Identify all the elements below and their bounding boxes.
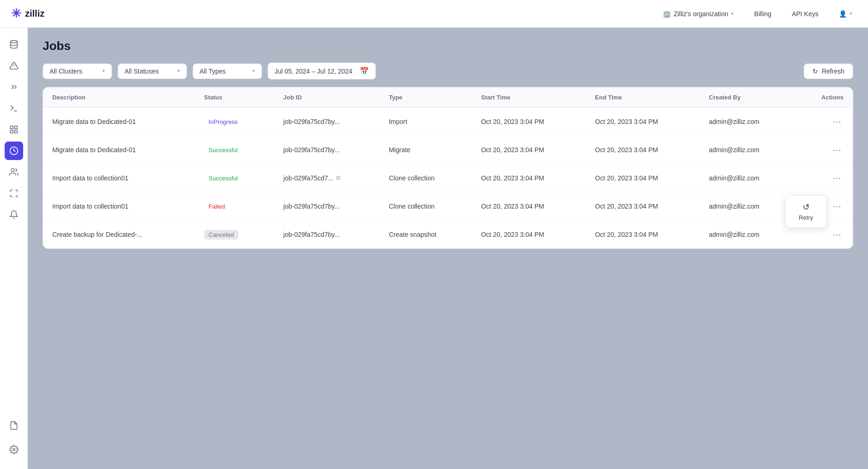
types-filter[interactable]: All Types ▾ (193, 63, 262, 79)
logo-star-icon: ✳ (11, 6, 21, 21)
sidebar-item-jobs[interactable] (5, 142, 23, 160)
table-row: Migrate data to Dedicated-01InProgressjo… (43, 108, 853, 136)
logo-text: zilliz (25, 8, 44, 19)
app-shell: Jobs All Clusters ▾ All Statuses ▾ All T… (0, 28, 868, 469)
cell-start-time: Oct 20, 2023 3:04 PM (472, 221, 586, 249)
cell-start-time: Oct 20, 2023 3:04 PM (472, 108, 586, 136)
org-icon: 🏢 (663, 10, 671, 18)
refresh-icon: ↻ (812, 68, 818, 75)
cell-description: Create backup for Dedicated-... (43, 221, 195, 249)
chevron-down-icon: ▾ (177, 68, 180, 74)
table-row: Import data to collection01Failedjob-029… (43, 192, 853, 221)
col-end-time: End Time (586, 87, 699, 108)
sidebar-item-members[interactable] (5, 163, 23, 181)
statuses-label: All Statuses (125, 68, 159, 75)
sidebar-item-monitoring[interactable] (5, 205, 23, 224)
sidebar-item-database[interactable] (5, 35, 23, 54)
col-description: Description (43, 87, 195, 108)
sidebar-item-network[interactable] (5, 184, 23, 203)
table-row: Import data to collection01Successfuljob… (43, 164, 853, 192)
copy-icon[interactable]: ⧉ (336, 174, 340, 182)
cell-start-time: Oct 20, 2023 3:04 PM (472, 164, 586, 192)
job-id-text: job-029fa75cd7by... (283, 118, 340, 125)
chevron-down-icon: ▾ (849, 11, 852, 17)
status-badge: Failed (204, 202, 230, 211)
page-title: Jobs (43, 39, 853, 53)
sidebar-item-collections[interactable] (5, 120, 23, 139)
cell-actions: ⋯ (796, 136, 853, 164)
user-icon: 👤 (839, 10, 847, 18)
sidebar-item-terminal[interactable] (5, 99, 23, 117)
cell-description: Migrate data to Dedicated-01 (43, 108, 195, 136)
cell-type: Clone collection (380, 192, 472, 221)
cell-end-time: Oct 20, 2023 3:04 PM (586, 108, 699, 136)
statuses-filter[interactable]: All Statuses ▾ (118, 63, 187, 79)
cell-type: Migrate (380, 136, 472, 164)
cell-job-id: job-029fa75cd7by... (274, 136, 380, 164)
cell-created-by: admin@zilliz.com (699, 192, 796, 221)
cell-job-id: job-029fa75cd7by... (274, 108, 380, 136)
chevron-down-icon: ▾ (731, 11, 734, 17)
table-body: Migrate data to Dedicated-01InProgressjo… (43, 108, 853, 249)
svg-rect-5 (14, 126, 17, 129)
org-selector[interactable]: 🏢 Zilliz's organization ▾ (658, 7, 738, 20)
jobs-table: Description Status Job ID Type Start Tim… (43, 87, 853, 248)
more-actions-button[interactable]: ⋯ (831, 228, 843, 241)
cell-type: Import (380, 108, 472, 136)
api-keys-link[interactable]: API Keys (787, 7, 823, 20)
chevron-down-icon: ▾ (252, 68, 255, 74)
job-id-text: job-029fa75cd7by... (283, 231, 340, 238)
cell-description: Import data to collection01 (43, 192, 195, 221)
retry-label: Retry (799, 214, 813, 221)
cell-status: Failed (195, 192, 275, 221)
cell-job-id: job-029fa75cd7...⧉ (274, 164, 380, 192)
cell-status: InProgress (195, 108, 275, 136)
types-label: All Types (200, 68, 226, 75)
refresh-label: Refresh (822, 68, 844, 75)
jobs-table-container: Description Status Job ID Type Start Tim… (43, 87, 853, 249)
sidebar-item-docs[interactable] (5, 416, 23, 435)
table-header: Description Status Job ID Type Start Tim… (43, 87, 853, 108)
sidebar-item-alerts[interactable] (5, 56, 23, 75)
refresh-button[interactable]: ↻ Refresh (804, 63, 853, 79)
svg-point-9 (11, 169, 14, 172)
cell-status: Successful (195, 136, 275, 164)
filters-bar: All Clusters ▾ All Statuses ▾ All Types … (43, 62, 853, 80)
job-id-text: job-029fa75cd7by... (283, 146, 340, 154)
more-actions-button[interactable]: ⋯ (831, 115, 843, 128)
cell-actions: ⋯ (796, 164, 853, 192)
calendar-icon: 📅 (360, 67, 369, 75)
sidebar-item-settings[interactable] (5, 440, 23, 459)
svg-rect-7 (14, 130, 17, 133)
more-actions-button[interactable]: ⋯ (831, 172, 843, 185)
cell-start-time: Oct 20, 2023 3:04 PM (472, 192, 586, 221)
cell-actions: ⋯ (796, 108, 853, 136)
chevron-down-icon: ▾ (102, 68, 105, 74)
col-job-id: Job ID (274, 87, 380, 108)
cell-end-time: Oct 20, 2023 3:04 PM (586, 164, 699, 192)
clusters-label: All Clusters (50, 68, 82, 75)
cell-created-by: admin@zilliz.com (699, 136, 796, 164)
retry-icon: ↺ (803, 202, 810, 212)
cell-type: Clone collection (380, 164, 472, 192)
svg-point-10 (12, 449, 15, 451)
clusters-filter[interactable]: All Clusters ▾ (43, 63, 112, 79)
retry-dropdown: ↺Retry (785, 195, 827, 228)
date-range-filter[interactable]: Jul 05, 2024 – Jul 12, 2024 📅 (268, 62, 376, 80)
more-actions-button[interactable]: ⋯ (831, 143, 843, 156)
cell-status: Successful (195, 164, 275, 192)
sidebar-item-pipelines[interactable] (5, 78, 23, 96)
cell-end-time: Oct 20, 2023 3:04 PM (586, 192, 699, 221)
retry-button[interactable]: ↺Retry (788, 198, 824, 225)
user-menu[interactable]: 👤 ▾ (834, 7, 857, 20)
cell-description: Import data to collection01 (43, 164, 195, 192)
main-content: Jobs All Clusters ▾ All Statuses ▾ All T… (28, 28, 868, 469)
col-status: Status (195, 87, 275, 108)
logo[interactable]: ✳ zilliz (11, 6, 44, 21)
cell-end-time: Oct 20, 2023 3:04 PM (586, 221, 699, 249)
more-actions-button[interactable]: ⋯ (831, 200, 843, 213)
billing-link[interactable]: Billing (749, 7, 776, 20)
cell-created-by: admin@zilliz.com (699, 221, 796, 249)
job-id-text: job-029fa75cd7... (283, 174, 333, 182)
status-badge: Successful (204, 145, 243, 155)
